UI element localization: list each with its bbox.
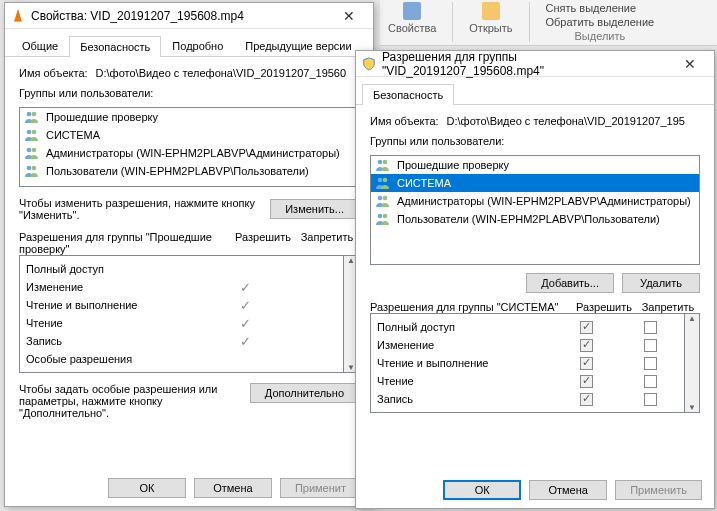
check-icon: ✓ [240, 334, 251, 349]
cancel-button[interactable]: Отмена [194, 478, 272, 498]
svg-point-5 [27, 148, 32, 153]
titlebar[interactable]: Разрешения для группы "VID_20191207_1956… [356, 51, 714, 77]
permissions-dialog: Разрешения для группы "VID_20191207_1956… [355, 50, 715, 509]
groups-label: Группы или пользователи: [19, 87, 359, 99]
tab-strip: Безопасность [356, 77, 714, 105]
ribbon-deselect[interactable]: Снять выделение [546, 2, 655, 14]
principal-name: Пользователи (WIN-EPHM2PLABVP\Пользовате… [46, 165, 309, 177]
principal-name: СИСТЕМА [397, 177, 451, 189]
scroll-down-icon[interactable]: ▼ [688, 403, 696, 412]
list-item[interactable]: СИСТЕМА [371, 174, 699, 192]
list-item[interactable]: Администраторы (WIN-EPHM2PLABVP\Админист… [20, 144, 358, 162]
tab-security[interactable]: Безопасность [362, 84, 454, 105]
allow-checkbox[interactable] [580, 357, 593, 370]
permission-row: Запись✓ [26, 332, 341, 350]
users-icon [24, 146, 40, 160]
permission-name: Полный доступ [26, 263, 213, 275]
permission-name: Изменение [26, 281, 213, 293]
list-item[interactable]: Пользователи (WIN-EPHM2PLABVP\Пользовате… [20, 162, 358, 180]
check-icon: ✓ [240, 298, 251, 313]
allow-checkbox[interactable] [580, 375, 593, 388]
tab-security[interactable]: Безопасность [69, 36, 161, 57]
close-button[interactable]: ✕ [329, 4, 369, 28]
permission-name: Чтение [377, 375, 554, 387]
principals-list[interactable]: Прошедшие проверкуСИСТЕМААдминистраторы … [370, 155, 700, 265]
object-name-value: D:\фото\Видео с телефона\VID_20191207_19… [96, 67, 359, 79]
ribbon-invert[interactable]: Обратить выделение [546, 16, 655, 28]
allow-checkbox[interactable] [580, 321, 593, 334]
tab-previous-versions[interactable]: Предыдущие версии [234, 35, 362, 56]
scroll-up-icon[interactable]: ▲ [347, 256, 355, 265]
svg-point-8 [32, 166, 37, 171]
list-item[interactable]: Прошедшие проверку [371, 156, 699, 174]
advanced-hint: Чтобы задать особые разрешения или парам… [19, 383, 242, 419]
tab-general[interactable]: Общие [11, 35, 69, 56]
window-title: Свойства: VID_20191207_195608.mp4 [31, 9, 329, 23]
object-name-label: Имя объекта: [19, 67, 88, 79]
list-item[interactable]: Администраторы (WIN-EPHM2PLABVP\Админист… [371, 192, 699, 210]
ok-button[interactable]: ОК [108, 478, 186, 498]
cancel-button[interactable]: Отмена [529, 480, 607, 500]
permission-name: Изменение [377, 339, 554, 351]
permissions-for-label: Разрешения для группы "Прошедшие проверк… [19, 231, 231, 255]
users-icon [24, 128, 40, 142]
ribbon-fragment: Свойства Открыть Снять выделение Обратит… [380, 0, 717, 46]
svg-point-11 [378, 178, 383, 183]
ribbon-properties[interactable]: Свойства [388, 2, 436, 43]
add-button[interactable]: Добавить... [526, 273, 614, 293]
titlebar[interactable]: Свойства: VID_20191207_195608.mp4 ✕ [5, 3, 373, 29]
edit-button[interactable]: Изменить... [270, 199, 359, 219]
list-item[interactable]: Пользователи (WIN-EPHM2PLABVP\Пользовате… [371, 210, 699, 228]
permission-row: Чтение и выполнение [377, 354, 682, 372]
window-title: Разрешения для группы "VID_20191207_1956… [382, 50, 670, 78]
deny-checkbox[interactable] [644, 375, 657, 388]
permission-row: Изменение✓ [26, 278, 341, 296]
permission-row: Полный доступ [26, 260, 341, 278]
permission-name: Чтение [26, 317, 213, 329]
scrollbar[interactable]: ▲ ▼ [684, 313, 700, 413]
users-icon [375, 194, 391, 208]
close-button[interactable]: ✕ [670, 52, 710, 76]
svg-point-6 [32, 148, 37, 153]
open-icon [482, 2, 500, 20]
deny-checkbox[interactable] [644, 393, 657, 406]
users-icon [375, 158, 391, 172]
remove-button[interactable]: Удалить [622, 273, 700, 293]
deny-checkbox[interactable] [644, 321, 657, 334]
scroll-down-icon[interactable]: ▼ [347, 363, 355, 372]
svg-point-16 [383, 214, 388, 219]
svg-marker-0 [15, 9, 22, 20]
permission-row: Запись [377, 390, 682, 408]
svg-point-7 [27, 166, 32, 171]
permission-row: Полный доступ [377, 318, 682, 336]
users-icon [24, 110, 40, 124]
principals-list[interactable]: Прошедшие проверкуСИСТЕМААдминистраторы … [19, 107, 359, 187]
deny-checkbox[interactable] [644, 357, 657, 370]
permissions-box: Полный доступИзменение✓Чтение и выполнен… [19, 255, 343, 373]
ribbon-properties-label: Свойства [388, 22, 436, 34]
deny-checkbox[interactable] [644, 339, 657, 352]
svg-point-14 [383, 196, 388, 201]
ok-button[interactable]: ОК [443, 480, 521, 500]
deny-header: Запретить [636, 301, 700, 313]
ribbon-open[interactable]: Открыть [469, 2, 512, 43]
allow-header: Разрешить [231, 231, 295, 255]
scroll-up-icon[interactable]: ▲ [688, 314, 696, 323]
list-item[interactable]: Прошедшие проверку [20, 108, 358, 126]
advanced-button[interactable]: Дополнительно [250, 383, 359, 403]
apply-button[interactable]: Применит [280, 478, 361, 498]
principal-name: СИСТЕМА [46, 129, 100, 141]
svg-point-2 [32, 112, 37, 117]
permission-row: Чтение✓ [26, 314, 341, 332]
properties-dialog: Свойства: VID_20191207_195608.mp4 ✕ Общи… [4, 2, 374, 507]
ribbon-open-label: Открыть [469, 22, 512, 34]
svg-point-10 [383, 160, 388, 165]
allow-checkbox[interactable] [580, 393, 593, 406]
ribbon-sep [529, 2, 530, 42]
apply-button[interactable]: Применить [615, 480, 702, 500]
allow-checkbox[interactable] [580, 339, 593, 352]
tab-details[interactable]: Подробно [161, 35, 234, 56]
list-item[interactable]: СИСТЕМА [20, 126, 358, 144]
properties-icon [403, 2, 421, 20]
permission-name: Запись [377, 393, 554, 405]
